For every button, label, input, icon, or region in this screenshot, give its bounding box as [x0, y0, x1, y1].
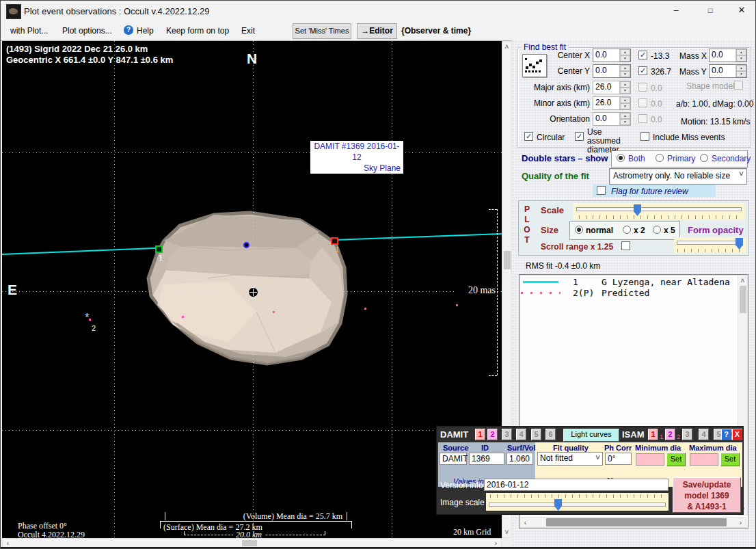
- menu-exit[interactable]: Exit: [241, 26, 255, 36]
- minor-axis-spinner[interactable]: 26.0 ▲▼: [593, 96, 631, 110]
- damit-model-label: DAMIT #1369 2016-01-12 Sky Plane: [310, 141, 403, 174]
- spinner-up-icon[interactable]: ▲: [620, 65, 630, 71]
- menu-with-plot[interactable]: with Plot...: [10, 26, 48, 36]
- damit-tab-4[interactable]: 4: [516, 429, 526, 440]
- min-dia-field[interactable]: [636, 453, 664, 466]
- damit-tab-6[interactable]: 6: [545, 429, 556, 440]
- save-update-button[interactable]: Save/update model 1369 & A1493-1: [673, 477, 741, 513]
- size-x5-radio[interactable]: [653, 226, 661, 234]
- orientation-spinner[interactable]: 0.0 ▲▼: [593, 112, 631, 126]
- spinner-up-icon[interactable]: ▲: [736, 65, 746, 71]
- menu-help[interactable]: Help: [137, 26, 154, 36]
- scroll-thumb[interactable]: [546, 518, 727, 526]
- spinner-up-icon[interactable]: ▲: [620, 49, 630, 55]
- damit-tab-1[interactable]: 1: [475, 429, 485, 440]
- scroll-up-arrow[interactable]: ˄: [502, 42, 511, 51]
- menu-keep-on-top[interactable]: Keep form on top: [166, 26, 229, 36]
- slider-thumb[interactable]: [554, 499, 562, 511]
- major-sigma-checkbox: [638, 83, 647, 92]
- predicted-point: [456, 304, 458, 306]
- center-y-spinner[interactable]: 0.0 ▲▼: [593, 64, 631, 78]
- offset-x-checkbox[interactable]: ✓: [638, 51, 647, 59]
- isam-tab-1[interactable]: 1: [648, 429, 658, 440]
- light-curves-button[interactable]: Light curves: [563, 429, 619, 442]
- id-field[interactable]: 1369: [469, 453, 504, 465]
- observation-name[interactable]: G Lyzenga, near Altadena: [602, 277, 730, 287]
- scroll-thumb[interactable]: [504, 251, 511, 269]
- mass-y-spinner[interactable]: 0.0 ▲▼: [709, 64, 747, 78]
- scroll-range-label: Scroll range x 1.25: [541, 242, 613, 252]
- ph-corr-field[interactable]: 0°: [605, 453, 632, 465]
- slider-thumb[interactable]: [735, 238, 743, 250]
- title-bar: Plot event observations : Occult v.4.202…: [1, 1, 755, 21]
- damit-panel: DAMIT 1 2 3 4 5 6 Light curves ISAM 1 1 …: [436, 426, 744, 515]
- form-opacity-slider[interactable]: [674, 237, 746, 253]
- image-scale-slider[interactable]: [486, 493, 669, 511]
- damit-tab-3[interactable]: 3: [502, 429, 512, 440]
- spinner-down-icon[interactable]: ▼: [620, 71, 630, 77]
- observation-row[interactable]: 2(P): [573, 288, 594, 298]
- observation-name[interactable]: Predicted: [602, 288, 649, 298]
- scroll-up-arrow[interactable]: ˄: [738, 276, 747, 285]
- minimize-button[interactable]: –: [662, 1, 690, 20]
- list-horizontal-scrollbar[interactable]: ‹ ›: [519, 517, 746, 528]
- major-axis-spinner[interactable]: 26.0 ▲▼: [593, 81, 631, 94]
- scroll-thumb[interactable]: [242, 540, 257, 546]
- size-x2-radio[interactable]: [623, 226, 631, 234]
- spinner-down-icon[interactable]: ▼: [736, 71, 746, 77]
- offset-y-checkbox[interactable]: ✓: [638, 66, 647, 75]
- scale-slider[interactable]: [573, 203, 744, 219]
- predicted-point: [182, 316, 184, 318]
- flag-review-checkbox[interactable]: [597, 186, 606, 195]
- scroll-left-arrow[interactable]: ‹: [521, 518, 530, 527]
- help-icon: ?: [124, 25, 133, 35]
- menu-plot-options[interactable]: Plot options...: [62, 26, 112, 36]
- maximize-button[interactable]: □: [697, 1, 724, 20]
- mass-x-spinner[interactable]: 0.0 ▲▼: [709, 49, 747, 62]
- use-assumed-checkbox[interactable]: ✓: [575, 132, 584, 141]
- find-best-fit-button[interactable]: [522, 54, 547, 77]
- min-dia-set-button[interactable]: Set: [666, 453, 686, 466]
- editor-button[interactable]: →Editor: [357, 23, 397, 39]
- double-secondary-radio[interactable]: [700, 154, 708, 162]
- center-crosshair: [248, 287, 258, 297]
- center-x-spinner[interactable]: 0.0 ▲▼: [593, 49, 631, 62]
- circular-checkbox[interactable]: ✓: [524, 132, 533, 141]
- double-primary-label: Primary: [667, 154, 695, 163]
- scroll-range-checkbox[interactable]: [621, 241, 630, 250]
- observation-row[interactable]: 1: [573, 277, 578, 287]
- spinner-up-icon[interactable]: ▲: [620, 81, 630, 88]
- slider-thumb[interactable]: [634, 204, 641, 216]
- scroll-thumb[interactable]: [740, 286, 746, 313]
- isam-tab-2[interactable]: 2: [665, 429, 675, 440]
- spinner-down-icon[interactable]: ▼: [620, 119, 630, 125]
- damit-tab-2[interactable]: 2: [487, 429, 498, 440]
- spinner-up-icon[interactable]: ▲: [620, 113, 630, 119]
- isam-tab-3[interactable]: 3: [682, 429, 692, 440]
- spinner-up-icon[interactable]: ▲: [620, 97, 630, 103]
- damit-tab-5[interactable]: 5: [531, 429, 541, 440]
- sky-plane-plot[interactable]: (1493) Sigrid 2022 Dec 21 26.0 km Geocen…: [2, 41, 502, 538]
- size-normal-radio[interactable]: [575, 226, 583, 234]
- spinner-down-icon[interactable]: ▼: [620, 55, 630, 62]
- isam-tab-4[interactable]: 4: [699, 429, 709, 440]
- panel-help-button[interactable]: ?: [721, 429, 731, 440]
- scroll-right-arrow[interactable]: ›: [736, 518, 745, 527]
- scroll-down-arrow[interactable]: ˅: [502, 528, 511, 537]
- spinner-down-icon[interactable]: ▼: [736, 55, 746, 62]
- quality-dropdown[interactable]: Astrometry only. No reliable size ˅: [609, 168, 747, 185]
- max-dia-field[interactable]: [690, 453, 718, 466]
- max-dia-set-button[interactable]: Set: [720, 453, 740, 466]
- window-bottom-edge: [1, 547, 755, 548]
- panel-close-button[interactable]: X: [732, 429, 742, 440]
- fit-quality-dropdown[interactable]: Not fitted ˅: [537, 452, 603, 466]
- version-info-field[interactable]: 2016-01-12: [484, 479, 669, 491]
- double-primary-radio[interactable]: [656, 154, 664, 162]
- spinner-down-icon[interactable]: ▼: [620, 88, 630, 94]
- close-button[interactable]: ✕: [728, 1, 755, 20]
- include-miss-checkbox[interactable]: [640, 132, 649, 141]
- set-miss-times-button[interactable]: Set 'Miss' Times: [293, 23, 351, 39]
- spinner-down-icon[interactable]: ▼: [620, 103, 630, 109]
- double-both-radio[interactable]: [617, 154, 625, 162]
- spinner-up-icon[interactable]: ▲: [736, 49, 746, 55]
